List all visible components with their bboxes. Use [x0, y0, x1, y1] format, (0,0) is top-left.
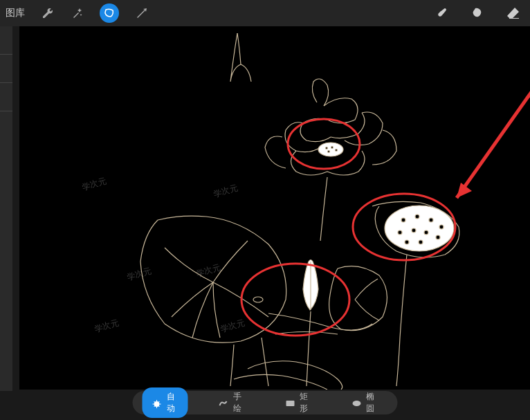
mode-auto-button[interactable]: 自动: [143, 387, 188, 418]
brush-icon[interactable]: [433, 5, 450, 21]
svg-point-8: [429, 218, 433, 222]
mode-rectangle-label: 矩形: [300, 391, 311, 414]
mode-rectangle-button[interactable]: 矩形: [275, 387, 321, 418]
wand-icon[interactable]: [69, 5, 86, 21]
svg-point-24: [352, 401, 360, 406]
svg-point-3: [336, 149, 338, 152]
svg-point-5: [385, 206, 454, 251]
svg-rect-23: [286, 401, 294, 406]
svg-point-1: [326, 147, 328, 149]
freehand-icon: [219, 399, 228, 406]
canvas-artwork[interactable]: 学次元 学次元 学次元 学次元 学次元 学次元: [19, 26, 530, 390]
transform-icon[interactable]: [133, 5, 149, 21]
smudge-icon[interactable]: [469, 5, 486, 21]
left-sidebar-ruler: [0, 26, 12, 391]
top-toolbar: 图库: [0, 0, 530, 26]
svg-point-15: [419, 240, 423, 244]
toolbar-right-group: [433, 5, 522, 21]
wrench-icon[interactable]: [39, 5, 55, 21]
canvas-area[interactable]: 学次元 学次元 学次元 学次元 学次元 学次元: [0, 26, 530, 391]
svg-point-6: [401, 218, 405, 222]
svg-point-14: [405, 240, 409, 244]
svg-point-4: [328, 151, 330, 153]
svg-point-12: [424, 230, 428, 235]
mode-ellipse-button[interactable]: 椭圆: [342, 387, 387, 418]
gallery-button[interactable]: 图库: [6, 7, 25, 19]
svg-point-11: [412, 228, 416, 232]
svg-point-10: [398, 230, 402, 235]
mode-auto-label: 自动: [167, 391, 179, 414]
svg-point-0: [318, 143, 343, 156]
lotus-artwork: [19, 26, 530, 390]
mode-freehand-button[interactable]: 手绘: [209, 387, 255, 418]
svg-point-2: [331, 147, 333, 149]
selection-icon[interactable]: [100, 3, 119, 23]
selection-mode-toolbar: 自动 手绘 矩形 椭圆: [133, 391, 398, 414]
svg-point-9: [439, 225, 444, 229]
ellipse-icon: [351, 399, 361, 406]
svg-point-7: [415, 214, 419, 219]
mode-ellipse-label: 椭圆: [366, 391, 378, 414]
sparkle-icon: [152, 399, 162, 406]
rectangle-icon: [285, 399, 295, 406]
eraser-icon[interactable]: [505, 5, 522, 21]
svg-point-13: [436, 235, 440, 239]
mode-freehand-label: 手绘: [233, 391, 245, 414]
toolbar-left-group: 图库: [6, 3, 149, 23]
svg-point-16: [253, 297, 263, 302]
